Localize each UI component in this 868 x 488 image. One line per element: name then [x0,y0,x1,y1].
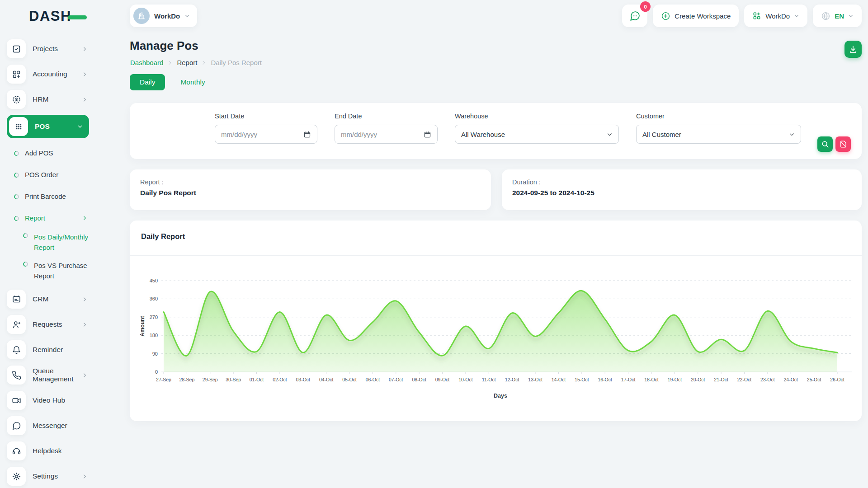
clear-file-icon [839,140,847,148]
sidebar-item-video-hub[interactable]: Video Hub [7,390,89,410]
breadcrumb-item-dashboard[interactable]: Dashboard [130,59,163,66]
customer-select[interactable]: All Customer [636,125,801,144]
sidebar-item-label: Queue Management [33,367,82,383]
sidebar-item-messenger[interactable]: Messenger [7,416,89,436]
sidebar-item-reminder[interactable]: Reminder [7,340,89,360]
svg-text:Days: Days [494,393,507,399]
svg-text:15-Oct: 15-Oct [575,377,589,382]
svg-text:28-Sep: 28-Sep [179,377,194,382]
app-menu-button[interactable]: WorkDo [744,5,807,27]
workspace-switcher[interactable]: WorkDo [130,5,197,27]
report-summary-card: Report : Daily Pos Report [130,169,491,210]
svg-text:450: 450 [150,278,158,283]
end-date-input[interactable]: mm/dd/yyyy [335,125,438,144]
reset-filter-button[interactable] [835,136,851,152]
sidebar-nav: ProjectsAccountingHRMPOSAdd POSPOS Order… [7,39,89,488]
warehouse-select[interactable]: All Warehouse [455,125,619,144]
chevron-right-icon [168,61,172,65]
sidebar-item-print-barcode[interactable]: Print Barcode [7,189,89,203]
breadcrumb-item-report[interactable]: Report [177,59,197,66]
sidebar-item-label: POS Order [25,171,89,178]
sidebar-item-queue-management[interactable]: Queue Management [7,365,89,385]
app-logo: DASH [29,8,87,24]
apply-filter-button[interactable] [817,136,833,152]
daily-report-area-chart: 09018027036045027-Sep28-Sep29-Sep30-Sep0… [130,264,862,416]
language-selector[interactable]: EN [813,5,862,27]
svg-text:180: 180 [150,333,158,338]
sidebar-item-pos-order[interactable]: POS Order [7,167,89,182]
app-menu-label: WorkDo [765,12,790,20]
tab-daily[interactable]: Daily [130,74,165,90]
customer-selected-value: All Customer [642,131,681,138]
chevron-down-icon [184,13,190,19]
sidebar-item-requests[interactable]: Requests [7,314,89,334]
warehouse-label: Warehouse [455,113,619,120]
chevron-right-icon [202,61,206,65]
workspace-name: WorkDo [154,12,180,20]
sidebar-item-settings[interactable]: Settings [7,466,89,486]
chevron-right-icon [82,97,87,102]
messages-badge: 0 [640,1,651,12]
create-workspace-label: Create Workspace [675,12,731,20]
svg-text:05-Oct: 05-Oct [342,377,357,382]
sidebar-item-pos[interactable]: POS [7,115,89,138]
svg-text:270: 270 [150,314,158,320]
svg-text:Amount: Amount [139,316,146,336]
plus-circle-icon [661,11,670,21]
filter-fields: Start Date mm/dd/yyyy End Date mm/dd/yyy… [215,113,801,144]
sidebar-item-label: CRM [33,295,82,303]
chevron-down-icon [607,131,613,137]
hrm-icon [7,90,26,109]
projects-icon [7,39,26,58]
tab-monthly[interactable]: Monthly [174,74,211,90]
grid-plus-icon [752,11,761,20]
sidebar-item-helpdesk[interactable]: Helpdesk [7,441,89,461]
sidebar-item-label: Requests [33,320,82,328]
svg-text:23-Oct: 23-Oct [760,377,775,382]
create-workspace-button[interactable]: Create Workspace [653,5,739,27]
sidebar-item-pos-vs-purchase-report[interactable]: Pos VS Purchase Report [7,261,89,281]
sidebar-item-report[interactable]: Report [7,211,89,225]
sidebar-item-projects[interactable]: Projects [7,39,89,59]
sidebar-item-pos-daily-monthly-report[interactable]: Pos Daily/Monthly Report [7,232,89,253]
start-date-input[interactable]: mm/dd/yyyy [215,125,317,144]
building-icon [133,8,150,24]
reminder-icon [7,340,26,359]
start-date-group: Start Date mm/dd/yyyy [215,113,317,144]
calendar-icon[interactable] [424,131,431,138]
download-button[interactable] [844,41,862,58]
duration-value: 2024-09-25 to 2024-10-25 [512,189,851,197]
svg-text:22-Oct: 22-Oct [737,377,752,382]
report-mode-tabs: DailyMonthly [130,74,212,90]
download-icon [849,45,858,54]
svg-text:16-Oct: 16-Oct [598,377,612,382]
sidebar-item-crm[interactable]: CRM [7,289,89,309]
video-icon [7,391,26,410]
sidebar-item-hrm[interactable]: HRM [7,89,89,109]
duration-label: Duration : [512,178,851,186]
sidebar-item-label: Video Hub [33,396,89,404]
svg-text:01-Oct: 01-Oct [250,377,264,382]
svg-text:17-Oct: 17-Oct [621,377,636,382]
messages-button[interactable]: 0 [622,5,647,27]
queue-icon [7,366,26,385]
language-label: EN [835,12,844,20]
filter-card: Start Date mm/dd/yyyy End Date mm/dd/yyy… [130,103,862,159]
sidebar-item-accounting[interactable]: Accounting [7,64,89,84]
pos-grid-icon [9,117,28,136]
globe-icon [821,11,830,21]
chevron-right-icon [82,297,87,302]
svg-text:360: 360 [150,296,158,301]
svg-text:02-Oct: 02-Oct [273,377,287,382]
calendar-icon[interactable] [303,131,311,138]
sidebar-item-label: Messenger [33,422,89,430]
topbar: DASH WorkDo 0 Create Workspace WorkDo [0,0,868,33]
sidebar-item-label: Pos Daily/Monthly Report [34,232,89,253]
sidebar-item-label: Report [25,214,82,222]
sidebar-item-add-pos[interactable]: Add POS [7,145,89,160]
logo-dash-shape [68,15,87,19]
bullet-ring-icon [22,232,29,239]
settings-icon [7,467,26,486]
page-title: Manage Pos [130,39,198,53]
sidebar-item-label: Add POS [25,149,89,157]
